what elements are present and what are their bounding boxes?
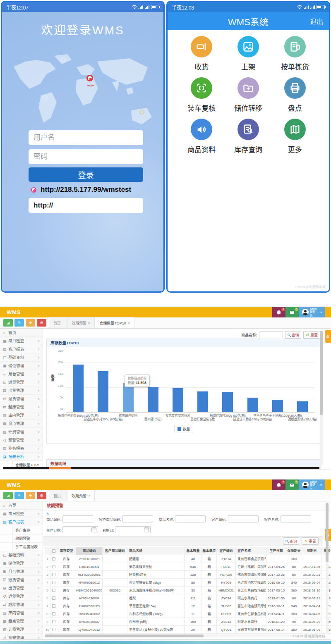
table-row[interactable]: 10 库存 QY001040012 丰年食品 (栗畅小袋) 30克*6袋 20 …: [45, 626, 331, 634]
close-icon[interactable]: ×: [88, 494, 90, 498]
sidebar-item[interactable]: ▩ 盘点管理 ∨: [0, 617, 43, 625]
horizontal-scrollbar[interactable]: [45, 634, 319, 637]
sidebar-item[interactable]: ▥ 库内管理 ∨: [0, 411, 43, 420]
close-icon[interactable]: ×: [128, 321, 130, 325]
app-inventory-query[interactable]: 库存查询: [225, 119, 272, 154]
messages-button[interactable]: 0: [285, 479, 299, 490]
quick-button[interactable]: ◢: [3, 492, 13, 499]
chart-bar[interactable]: [222, 392, 233, 412]
table-row[interactable]: 5 库存 HBMC0210400201 002015 东风海珊味牛柳(500g*…: [45, 587, 331, 594]
quick-button[interactable]: ✎: [14, 492, 24, 499]
table-row[interactable]: 1 库存 ZT014010029 鳕鳗足 40 箱 ZT014 泉州智泰食品贸易…: [45, 555, 331, 563]
quick-button[interactable]: ❖: [26, 319, 35, 327]
sidebar-item[interactable]: ≣ 月台管理 ∨: [0, 370, 43, 378]
messages-button[interactable]: 0: [285, 307, 299, 317]
chart-bar[interactable]: [98, 371, 108, 412]
quick-button[interactable]: ⚙: [37, 319, 46, 327]
row-checkbox[interactable]: [52, 581, 55, 584]
quick-button[interactable]: ◢: [3, 319, 13, 327]
table-row[interactable]: 2 库存 RJ011030001 安芯食族文旦柚 546 箱 RJ011 仁建（…: [45, 563, 331, 571]
login-button[interactable]: 登录: [29, 167, 143, 182]
sidebar-item[interactable]: ▧ 计费管理 ∨: [0, 625, 43, 634]
admin-menu[interactable]: admin管理员... ▾: [299, 307, 325, 317]
select-all-checkbox[interactable]: [52, 549, 55, 553]
tab[interactable]: 效期预警×: [67, 317, 95, 328]
app-pick-by-order[interactable]: 按单拣货: [271, 36, 318, 72]
sidebar-item[interactable]: ▣ 储位管理 ∨: [0, 559, 43, 568]
col-product-name[interactable]: 商品名称: [127, 547, 185, 555]
col-product-code[interactable]: 商品编码: [76, 547, 103, 555]
chart-bar[interactable]: [297, 401, 308, 412]
sidebar-item[interactable]: ⇄ 越库管理 ∨: [0, 601, 43, 609]
sidebar-item[interactable]: ▩ 盘点管理 ∨: [0, 420, 43, 428]
sidebar-item[interactable]: ≣ 月台管理 ∨: [0, 568, 43, 576]
quick-button[interactable]: ❖: [26, 492, 35, 499]
table-row[interactable]: 9 库存 AY034030002 西州密 (5粒) 150 箱 AY034 阿友…: [45, 618, 331, 626]
chart-bar[interactable]: [197, 391, 208, 412]
col-base-unit[interactable]: 基本单位: [202, 547, 217, 555]
sidebar-item[interactable]: ◪ 报表分析 ∨: [0, 453, 43, 461]
sidebar-item[interactable]: ◁ 预警管理 ∨: [0, 634, 43, 639]
col-shelf-life-days[interactable]: 保质期天: [286, 547, 302, 555]
app-slot-transfer[interactable]: 储位转移: [225, 77, 272, 113]
logout-button[interactable]: 退出: [310, 16, 323, 26]
sidebar-item[interactable]: ◁ 预警管理 ∨: [0, 436, 43, 444]
vertical-scrollbar[interactable]: [326, 502, 329, 633]
sidebar-item[interactable]: ⇄ 越库管理 ∨: [0, 403, 43, 411]
sidebar-item[interactable]: ☑ 进货管理 ∨: [0, 576, 43, 584]
chart-bar[interactable]: [247, 398, 258, 412]
search-button[interactable]: 查询: [283, 537, 299, 545]
sidebar-item[interactable]: ⊟ 出货管理 ∨: [0, 386, 43, 395]
filter-input[interactable]: [122, 515, 153, 522]
col-expiry-date[interactable]: 到期日: [302, 547, 322, 555]
row-checkbox[interactable]: [52, 596, 55, 600]
app-load-check[interactable]: 装车复核: [178, 77, 225, 113]
sidebar-item[interactable]: ↺ 退货管理 ∨: [0, 592, 43, 601]
collapse-filters-icon[interactable]: ∧: [46, 511, 49, 515]
close-icon[interactable]: ×: [88, 321, 90, 325]
sidebar-item[interactable]: ▤ 客户报表 ∨: [0, 518, 43, 526]
sidebar-item[interactable]: ☑ 进货管理 ∨: [0, 378, 43, 386]
password-input[interactable]: [29, 149, 143, 164]
sidebar-item[interactable]: ⌂ 首页: [0, 329, 43, 337]
app-receive[interactable]: 收货: [178, 36, 225, 72]
calendar-icon[interactable]: [144, 527, 149, 532]
table-row[interactable]: 8 库存 RB035040002 六和冻鸡翅炒翼 (10kg) 11 箱 RB0…: [45, 610, 331, 618]
table-row[interactable]: 6 库存 AY034030004 香梨 911 袋 AY034 阿友水果商行 2…: [45, 594, 331, 602]
col-customer-product-code[interactable]: 客户商品编码: [103, 547, 127, 555]
sidebar-item[interactable]: ▦ 每日检查 ∨: [0, 337, 43, 345]
sidebar-item[interactable]: ▢ 基础资料 ∨: [0, 551, 43, 559]
chart-bar[interactable]: [148, 387, 158, 412]
quick-button[interactable]: ✎: [14, 319, 24, 327]
reset-button[interactable]: ↺重置: [303, 331, 320, 339]
row-checkbox[interactable]: [52, 565, 55, 568]
row-checkbox[interactable]: [52, 604, 55, 608]
sidebar-item[interactable]: 手工温度报表: [0, 543, 43, 551]
col-base-qty[interactable]: 基本数量: [185, 547, 202, 555]
table-row[interactable]: 7 库存 TH002020129 草原塞王龙骨15kg 12 箱 TH002 晋…: [45, 602, 331, 610]
theme-settings-button[interactable]: ⚙: [325, 330, 331, 343]
tab[interactable]: 仓储数量TOP10×: [95, 317, 134, 328]
app-stocktake[interactable]: 盘点: [271, 77, 318, 113]
row-checkbox[interactable]: [52, 620, 55, 623]
col-customer-name[interactable]: 客户名称: [236, 547, 266, 555]
sidebar-item[interactable]: 客户库存: [0, 526, 43, 534]
sidebar-item[interactable]: ↺ 退货管理 ∨: [0, 395, 43, 403]
filter-input[interactable]: [175, 515, 206, 522]
table-row[interactable]: 3 库存 HLF029030001 粉锁桃/烤果 128 箱 HLF029 佛山…: [45, 571, 331, 579]
chart-bar[interactable]: [73, 365, 84, 412]
sidebar-item[interactable]: ▤ 客户报表 ∨: [0, 345, 43, 353]
filter-input[interactable]: [62, 515, 93, 522]
reset-button[interactable]: ↻重置: [302, 537, 319, 545]
row-checkbox[interactable]: [52, 612, 55, 615]
sidebar-item[interactable]: ▣ 储位管理 ∨: [0, 362, 43, 370]
username-input[interactable]: [29, 130, 143, 145]
chart-bar[interactable]: [272, 400, 283, 412]
col-stock-type[interactable]: 库存类型: [57, 547, 76, 555]
row-checkbox[interactable]: [52, 589, 55, 592]
row-checkbox[interactable]: [52, 628, 55, 631]
tab[interactable]: 首页: [49, 317, 67, 328]
sidebar-item[interactable]: ▥ 库内管理 ∨: [0, 609, 43, 617]
sidebar-item[interactable]: ▦ 每日检查 ∨: [0, 510, 43, 518]
table-row[interactable]: 4 库存 HY009010012 迎大尔铁香菇煲 (5kg) 55 箱 HY00…: [45, 579, 331, 587]
